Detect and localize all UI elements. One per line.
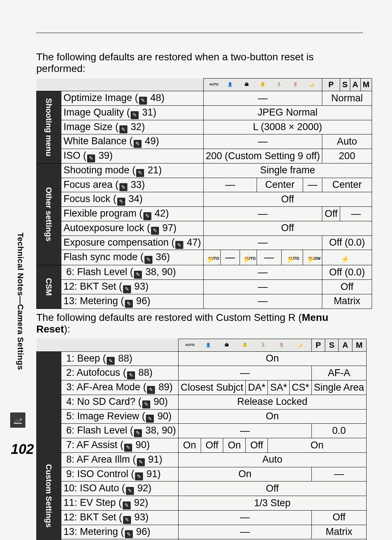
table-row: Flexible program (✎ 42) xyxy=(61,207,204,221)
page-ref-icon: ✎ xyxy=(134,271,142,279)
child-icon: 👶 xyxy=(240,340,250,350)
page-ref-icon: ✎ xyxy=(123,285,131,293)
night-icon: 🌙 xyxy=(295,340,305,350)
page-ref-icon: ✎ xyxy=(139,97,147,105)
header-a: A xyxy=(350,78,360,91)
page-ref-icon: ✎ xyxy=(131,111,139,119)
table-row: Image Size (✎ 32) xyxy=(61,120,204,134)
auto-icon: AUTO xyxy=(209,80,219,89)
table-row: Focus area (✎ 33) xyxy=(61,178,204,192)
page-ref-icon: ✎ xyxy=(151,227,159,235)
page-ref-icon: ✎ xyxy=(142,400,150,408)
auto-icon: AUTO xyxy=(185,340,195,350)
page-ref-icon: ✎ xyxy=(144,256,152,264)
header-m: M xyxy=(352,339,366,351)
landscape-icon: 🏔 xyxy=(242,80,251,89)
page-ref-icon: ✎ xyxy=(119,125,127,133)
table-row: Autoexposure lock (✎ 97) xyxy=(61,221,204,235)
section-csm: CSM xyxy=(37,265,61,309)
intro-twobutton: The following defaults are restored when… xyxy=(36,51,363,74)
page-ref-icon: ✎ xyxy=(107,357,115,365)
table-row: 5: Image Review (✎ 90) xyxy=(61,409,179,424)
header-p: P xyxy=(322,78,340,91)
page-ref-icon: ✎ xyxy=(125,530,133,538)
portrait-icon: 👤 xyxy=(225,80,235,89)
page-ref-icon: ✎ xyxy=(119,183,127,191)
table-row: Image Quality (✎ 31) xyxy=(61,105,204,120)
page-ref-icon: ✎ xyxy=(136,169,144,177)
header-a: A xyxy=(338,339,352,351)
page-ref-icon: ✎ xyxy=(147,386,155,394)
table-row: Exposure compensation (✎ 47) xyxy=(61,235,204,250)
flash-slow-icon: SLOW xyxy=(309,256,317,264)
table-row: 8: AF Area Illm (✎ 91) xyxy=(61,452,179,467)
section-custom-settings: Custom Settings xyxy=(37,351,61,540)
portrait-icon: 👤 xyxy=(204,340,213,350)
page-ref-icon: ✎ xyxy=(137,458,145,466)
page-ref-icon: ✎ xyxy=(87,154,95,162)
table-row: 9: ISO Control (✎ 91) xyxy=(61,467,179,481)
page-ref-icon: ✎ xyxy=(125,300,133,308)
closeup-icon: 🌷 xyxy=(277,340,286,350)
table-row: 6: Flash Level (✎ 38, 90) xyxy=(61,424,179,438)
table-row: 13: Metering (✎ 96) xyxy=(61,294,204,309)
flash-auto-redeye-icon: AUTO xyxy=(288,256,296,264)
page-ref-icon: ✎ xyxy=(117,198,125,206)
flash-auto-icon: AUTO xyxy=(244,256,252,264)
table-row: 10: ISO Auto (✎ 92) xyxy=(61,481,179,496)
night-icon: 🌙 xyxy=(307,80,317,89)
header-scene-icons: AUTO 👤 🏔 👶 🏃 🌷 🌙 xyxy=(203,78,322,91)
table-row: 6: Flash Level (✎ 38, 90) xyxy=(61,265,204,280)
top-rule xyxy=(36,33,363,33)
table-row: 12: BKT Set (✎ 93) xyxy=(61,510,179,525)
table-row: 13: Metering (✎ 96) xyxy=(61,525,179,539)
header-s: S xyxy=(325,339,338,351)
table-row: 12: BKT Set (✎ 93) xyxy=(61,280,204,294)
header-p: P xyxy=(311,339,325,351)
landscape-icon: 🏔 xyxy=(222,340,231,350)
intro-menureset: The following defaults are restored with… xyxy=(36,312,363,335)
table-row: Flash sync mode (✎ 36) xyxy=(61,250,204,265)
flash-front-icon xyxy=(343,256,351,264)
sports-icon: 🏃 xyxy=(274,80,284,89)
header-scene-icons: AUTO 👤 🏔 👶 🏃 🌷 🌙 xyxy=(178,339,311,351)
table-row: 2: Autofocus (✎ 88) xyxy=(61,366,179,380)
flash-auto-icon: AUTO xyxy=(208,256,216,264)
table-row: Shooting mode (✎ 21) xyxy=(61,163,204,178)
table-row: 7: AF Assist (✎ 90) xyxy=(61,438,179,453)
page-ref-icon: ✎ xyxy=(126,487,134,495)
page-ref-icon: ✎ xyxy=(143,212,151,220)
table-row: 1: Beep (✎ 88) xyxy=(61,351,179,366)
closeup-icon: 🌷 xyxy=(291,80,300,89)
page-ref-icon: ✎ xyxy=(135,472,143,480)
page-ref-icon: ✎ xyxy=(127,371,135,379)
sports-icon: 🏃 xyxy=(258,340,268,350)
table-row: ISO (✎ 39) xyxy=(61,149,204,164)
child-icon: 👶 xyxy=(258,80,268,89)
reset-table-menureset: AUTO 👤 🏔 👶 🏃 🌷 🌙 P S A M Custom Settings… xyxy=(36,339,367,540)
page-ref-icon: ✎ xyxy=(134,140,142,148)
reset-table-twobutton: AUTO 👤 🏔 👶 🏃 🌷 🌙 P S A M Shooting menu O… xyxy=(36,78,372,309)
page-ref-icon: ✎ xyxy=(123,501,131,509)
section-other-settings: Other settings xyxy=(37,163,61,265)
table-row: White Balance (✎ 49) xyxy=(61,134,204,149)
header-s: S xyxy=(340,78,350,91)
page-ref-icon: ✎ xyxy=(124,444,132,452)
table-row: 3: AF-Area Mode (✎ 89) xyxy=(61,380,179,395)
section-shooting-menu: Shooting menu xyxy=(37,91,61,164)
table-row: 4: No SD Card? (✎ 90) xyxy=(61,395,179,409)
page-ref-icon: ✎ xyxy=(175,241,183,249)
header-m: M xyxy=(360,78,372,91)
table-row: 11: EV Step (✎ 92) xyxy=(61,496,179,511)
table-row: Optimize Image (✎ 48) xyxy=(61,91,204,106)
page-ref-icon: ✎ xyxy=(123,516,131,524)
table-row: Focus lock (✎ 34) xyxy=(61,192,204,207)
page-ref-icon: ✎ xyxy=(134,429,142,437)
page-ref-icon: ✎ xyxy=(146,415,154,423)
